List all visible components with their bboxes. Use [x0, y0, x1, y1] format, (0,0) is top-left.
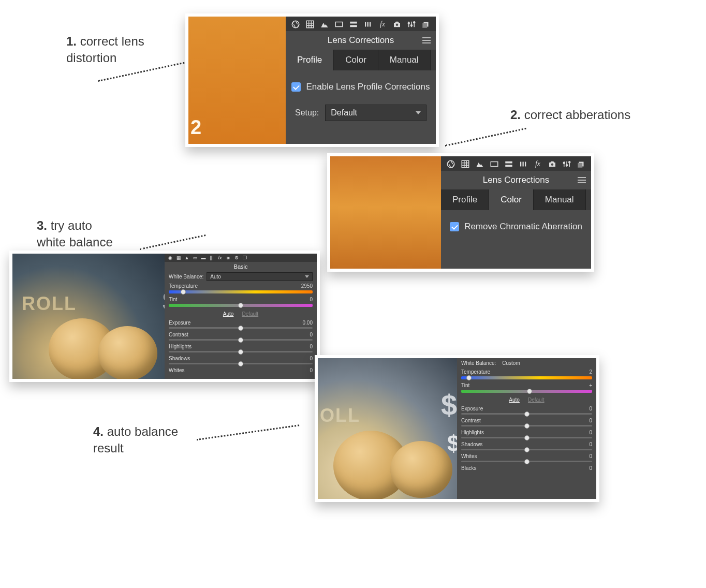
photo-price: $2 — [441, 388, 457, 422]
tab-profile[interactable]: Profile — [441, 189, 489, 210]
card-icon[interactable] — [334, 20, 344, 29]
tabs: Profile Color Manual — [441, 189, 591, 210]
fx-icon[interactable]: fx — [217, 255, 223, 260]
white-balance-label: White Balance: — [461, 360, 496, 366]
highlights-label: Highlights — [169, 344, 192, 349]
dotted-connector — [197, 424, 299, 440]
sliders-icon[interactable] — [562, 159, 571, 169]
screenshot-panel-1: 2 fx Lens Corrections Profile Col — [185, 13, 439, 147]
grid-icon[interactable] — [305, 20, 315, 29]
exposure-slider[interactable] — [169, 327, 313, 329]
tab-color[interactable]: Color — [334, 50, 378, 70]
camera-icon[interactable] — [392, 20, 402, 29]
highlights-slider[interactable] — [169, 351, 313, 352]
tint-label: Tint — [461, 383, 469, 388]
bars-icon[interactable] — [363, 20, 373, 29]
temperature-label: Temperature — [169, 283, 198, 289]
photo-preview: 2 — [188, 17, 286, 144]
caption-2: 2. correct abberations — [510, 107, 630, 123]
svg-point-11 — [414, 22, 415, 23]
aperture-icon[interactable]: ◉ — [168, 255, 173, 260]
menu-icon[interactable] — [578, 175, 586, 185]
temperature-slider[interactable] — [461, 376, 592, 379]
default-button[interactable]: Default — [528, 397, 545, 403]
screenshot-panel-4: OLL $2 $2 White Balance: Custom Temperat… — [315, 355, 599, 502]
whites-slider[interactable] — [461, 461, 592, 462]
grid-icon[interactable]: ▦ — [176, 255, 181, 260]
split-icon[interactable] — [349, 20, 358, 29]
camera-icon[interactable] — [548, 159, 557, 169]
shadows-slider[interactable] — [461, 449, 592, 450]
remove-chromatic-aberration-checkbox[interactable] — [450, 222, 459, 231]
layers-icon[interactable]: ❐ — [242, 255, 247, 260]
setup-label: Setup: — [295, 108, 319, 117]
blacks-value: 0 — [589, 465, 592, 471]
svg-rect-1 — [306, 21, 314, 28]
sliders-icon[interactable] — [407, 20, 416, 29]
enable-lens-profile-checkbox[interactable] — [291, 82, 301, 92]
svg-point-22 — [551, 164, 554, 166]
tab-profile[interactable]: Profile — [286, 50, 334, 70]
aperture-icon[interactable] — [446, 159, 455, 169]
default-button[interactable]: Default — [242, 311, 258, 317]
panel-title: Lens Corrections — [441, 171, 591, 189]
tab-manual[interactable]: Manual — [534, 189, 586, 210]
grid-icon[interactable] — [461, 159, 470, 169]
whites-value: 0 — [589, 453, 592, 459]
layers-icon[interactable] — [577, 159, 586, 169]
tint-slider[interactable] — [169, 304, 313, 307]
white-balance-dropdown[interactable]: Custom — [499, 359, 592, 367]
svg-rect-27 — [578, 163, 582, 168]
iconbar: fx — [286, 17, 436, 31]
temperature-slider[interactable] — [169, 290, 313, 293]
fx-icon[interactable]: fx — [533, 159, 542, 169]
bars-icon[interactable]: ||| — [209, 255, 214, 260]
svg-rect-16 — [491, 162, 498, 167]
contrast-slider[interactable] — [169, 339, 313, 341]
svg-rect-2 — [335, 22, 343, 27]
auto-button[interactable]: Auto — [223, 311, 234, 317]
dotted-connector — [140, 234, 206, 250]
dotted-connector — [445, 128, 526, 146]
mountain-icon[interactable]: ▲ — [184, 255, 189, 260]
layers-icon[interactable] — [421, 20, 431, 29]
exposure-value: 0 — [589, 406, 592, 411]
photo-preview — [330, 156, 441, 269]
svg-point-10 — [411, 25, 413, 26]
shadows-slider[interactable] — [169, 363, 313, 364]
exposure-slider[interactable] — [461, 413, 592, 415]
white-balance-label: White Balance: — [169, 274, 203, 280]
temperature-label: Temperature — [461, 369, 490, 375]
fx-icon[interactable]: fx — [378, 20, 387, 29]
highlights-label: Highlights — [461, 430, 484, 435]
sliders-icon[interactable]: ⚙ — [234, 255, 239, 260]
lens-corrections-panel: fx Lens Corrections Profile Color Manual… — [441, 156, 591, 269]
highlights-slider[interactable] — [461, 437, 592, 438]
camera-icon[interactable]: ◙ — [226, 255, 231, 260]
iconbar: fx — [441, 156, 591, 171]
contrast-value: 0 — [310, 332, 313, 337]
contrast-slider[interactable] — [461, 425, 592, 427]
setup-dropdown[interactable]: Default — [325, 105, 426, 121]
tab-color[interactable]: Color — [489, 189, 534, 210]
card-icon[interactable] — [490, 159, 499, 169]
menu-icon[interactable] — [422, 36, 431, 45]
svg-rect-19 — [520, 162, 521, 167]
lens-corrections-panel: fx Lens Corrections Profile Color Manual… — [286, 17, 436, 144]
auto-button[interactable]: Auto — [509, 397, 520, 403]
white-balance-dropdown[interactable]: Auto — [207, 272, 313, 281]
card-icon[interactable]: ▭ — [193, 255, 198, 260]
shadows-label: Shadows — [169, 356, 190, 361]
basic-panel: White Balance: Custom Temperature2 Tint+… — [457, 358, 596, 499]
aperture-icon[interactable] — [291, 20, 300, 29]
bars-icon[interactable] — [519, 159, 528, 169]
tab-manual[interactable]: Manual — [378, 50, 431, 70]
mountain-icon[interactable] — [475, 159, 484, 169]
tint-slider[interactable] — [461, 390, 592, 393]
mountain-icon[interactable] — [320, 20, 329, 29]
split-icon[interactable] — [504, 159, 513, 169]
photo-price: $2 — [447, 431, 457, 457]
whites-label: Whites — [169, 368, 185, 373]
svg-point-24 — [566, 165, 568, 166]
split-icon[interactable]: ▬ — [201, 255, 206, 260]
